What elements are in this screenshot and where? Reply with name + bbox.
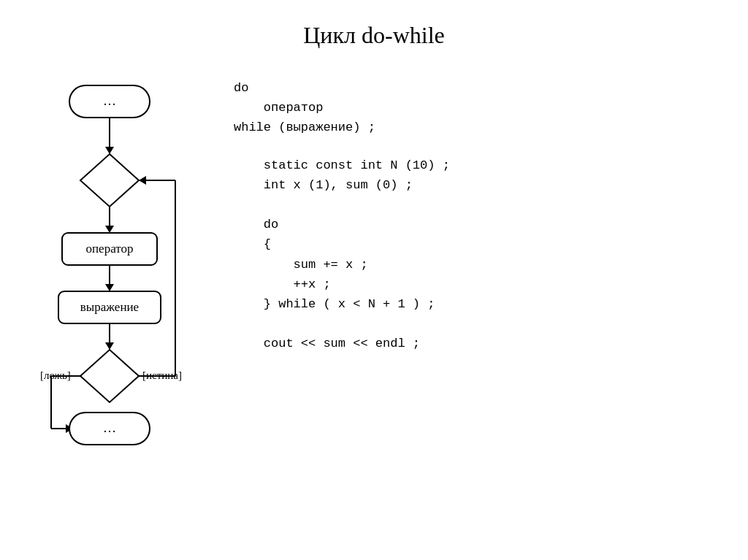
code-line-4: { (234, 234, 719, 254)
code-blank-1 (234, 195, 719, 215)
code-blank-2 (234, 314, 719, 334)
svg-marker-8 (105, 284, 114, 291)
svg-marker-5 (105, 226, 114, 233)
flowchart: … оператор выражение (29, 71, 205, 509)
code-line-1: static const int N (10) ; (234, 156, 719, 175)
code-line-7: } while ( x < N + 1 ) ; (234, 294, 719, 314)
syntax-do: do (234, 78, 719, 98)
code-line-2: int x (1), sum (0) ; (234, 175, 719, 195)
svg-marker-3 (80, 154, 139, 207)
condition-box-label: выражение (80, 300, 139, 314)
syntax-block: do оператор while (выражение) ; (234, 78, 719, 138)
code-block: static const int N (10) ; int x (1), sum… (234, 156, 719, 354)
code-line-5: sum += x ; (234, 255, 719, 275)
end-label: … (103, 421, 116, 435)
content-area: … оператор выражение (0, 64, 748, 516)
operator-box-label: оператор (86, 242, 134, 256)
svg-marker-16 (139, 176, 146, 185)
start-label: … (103, 93, 116, 108)
svg-marker-12 (80, 350, 139, 402)
syntax-operator: оператор (234, 98, 719, 118)
code-line-8: cout << sum << endl ; (234, 334, 719, 353)
code-line-3: do (234, 215, 719, 234)
svg-marker-11 (105, 342, 114, 350)
page-title: Цикл do-while (0, 0, 748, 64)
syntax-while: while (выражение) ; (234, 118, 719, 137)
code-line-6: ++x ; (234, 275, 719, 294)
svg-marker-2 (105, 147, 114, 154)
code-panel: do оператор while (выражение) ; static c… (234, 71, 719, 509)
